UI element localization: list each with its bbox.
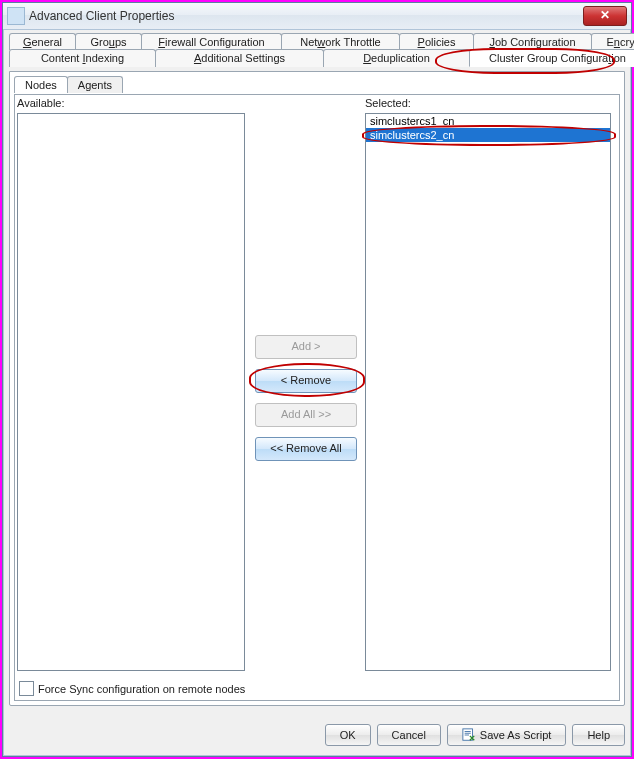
force-sync-label: Force Sync configuration on remote nodes: [38, 683, 245, 695]
selected-listbox[interactable]: simclustercs1_cnsimclustercs2_cn: [365, 113, 611, 671]
titlebar: Advanced Client Properties ✕: [3, 3, 631, 30]
ok-button-label: OK: [340, 729, 356, 741]
save-as-script-label: Save As Script: [480, 729, 552, 741]
outer-tab-row-2: Content IndexingAdditional SettingsDedup…: [9, 49, 625, 67]
outer-tab-network-throttle[interactable]: Network Throttle: [281, 33, 400, 50]
script-icon: [462, 728, 476, 742]
window-title: Advanced Client Properties: [29, 9, 174, 23]
add-all-button: Add All >>: [255, 403, 357, 427]
add-all-button-label: Add All >>: [281, 408, 331, 420]
dialog-button-row: OK Cancel Save As Script Help: [325, 724, 625, 746]
outer-tab-job-configuration[interactable]: Job Configuration: [473, 33, 592, 50]
outer-tab-content-indexing[interactable]: Content Indexing: [9, 49, 156, 67]
outer-tab-encryption[interactable]: Encryption: [591, 33, 634, 50]
add-button: Add >: [255, 335, 357, 359]
help-button[interactable]: Help: [572, 724, 625, 746]
inner-tab-panel: Available: Selected: simclustercs1_cnsim…: [14, 94, 620, 701]
remove-button[interactable]: < Remove: [255, 369, 357, 393]
available-listbox[interactable]: [17, 113, 245, 671]
app-icon: [7, 7, 25, 25]
save-as-script-button[interactable]: Save As Script: [447, 724, 567, 746]
outer-tab-deduplication[interactable]: Deduplication: [323, 49, 470, 67]
cancel-button-label: Cancel: [392, 729, 426, 741]
inner-tab-agents[interactable]: Agents: [67, 76, 123, 93]
outer-tab-groups[interactable]: Groups: [75, 33, 142, 50]
dialog-window: Advanced Client Properties ✕ GeneralGrou…: [2, 2, 632, 757]
inner-tab-nodes[interactable]: Nodes: [14, 76, 68, 93]
remove-all-button-label: << Remove All: [270, 442, 342, 454]
inner-tab-row: NodesAgents: [14, 76, 122, 93]
available-label: Available:: [17, 97, 65, 109]
list-item[interactable]: simclustercs2_cn: [366, 128, 610, 142]
help-button-label: Help: [587, 729, 610, 741]
outer-tab-row-1: GeneralGroupsFirewall ConfigurationNetwo…: [9, 33, 625, 50]
close-button[interactable]: ✕: [583, 6, 627, 26]
remove-button-label: < Remove: [281, 374, 331, 386]
outer-tab-cluster-group-configuration[interactable]: Cluster Group Configuration: [469, 49, 634, 67]
ok-button[interactable]: OK: [325, 724, 371, 746]
outer-tab-panel: NodesAgents Available: Selected: simclus…: [9, 71, 625, 706]
cancel-button[interactable]: Cancel: [377, 724, 441, 746]
outer-tab-policies[interactable]: Policies: [399, 33, 474, 50]
selected-label: Selected:: [365, 97, 411, 109]
add-button-label: Add >: [291, 340, 320, 352]
outer-tab-firewall-configuration[interactable]: Firewall Configuration: [141, 33, 282, 50]
force-sync-row: Force Sync configuration on remote nodes: [19, 681, 245, 696]
remove-all-button[interactable]: << Remove All: [255, 437, 357, 461]
client-area: GeneralGroupsFirewall ConfigurationNetwo…: [9, 33, 625, 750]
force-sync-checkbox[interactable]: [19, 681, 34, 696]
list-item[interactable]: simclustercs1_cn: [366, 114, 610, 128]
outer-tab-general[interactable]: General: [9, 33, 76, 50]
outer-tab-additional-settings[interactable]: Additional Settings: [155, 49, 324, 67]
